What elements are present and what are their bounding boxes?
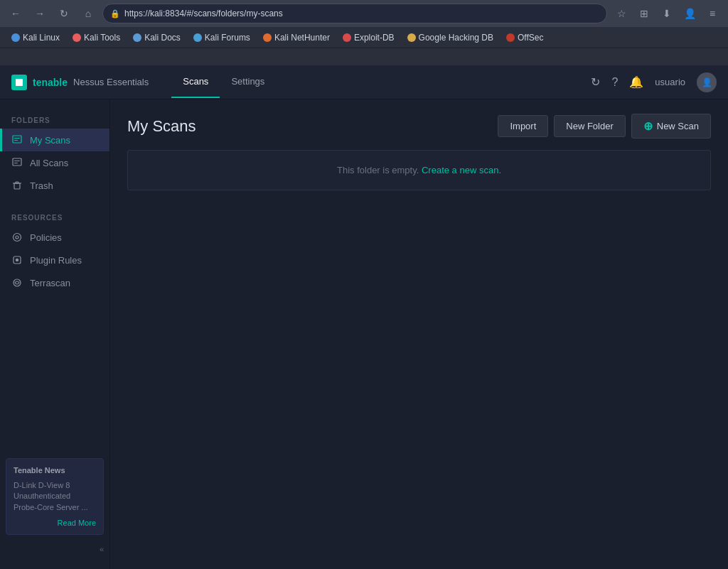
news-widget-title: Tenable News bbox=[14, 466, 96, 475]
bookmark-kali-docs[interactable]: Kali Docs bbox=[127, 31, 186, 45]
browser-actions: ☆ ⊞ ⬇ 👤 ≡ bbox=[611, 4, 722, 23]
bookmark-icon bbox=[506, 33, 515, 42]
nav-item-settings[interactable]: Settings bbox=[220, 66, 276, 98]
terrascan-label: Terrascan bbox=[30, 278, 70, 288]
bookmark-kali-nethunter[interactable]: Kali NetHunter bbox=[257, 31, 336, 45]
bookmark-label: Kali NetHunter bbox=[274, 33, 330, 43]
news-read-more-link[interactable]: Read More bbox=[58, 519, 96, 527]
svg-point-9 bbox=[14, 234, 21, 242]
app-product-name: Nessus Essentials bbox=[73, 77, 149, 87]
bookmarks-bar: Kali LinuxKali ToolsKali DocsKali Forums… bbox=[0, 27, 728, 48]
forward-button[interactable]: → bbox=[30, 4, 50, 23]
terrascan-icon bbox=[11, 277, 23, 288]
empty-message-text: This folder is empty. bbox=[337, 165, 419, 175]
svg-point-10 bbox=[16, 236, 18, 239]
bookmark-icon bbox=[11, 33, 20, 42]
bookmark-label: Google Hacking DB bbox=[419, 33, 493, 43]
bookmark-label: Kali Linux bbox=[23, 33, 60, 43]
svg-rect-5 bbox=[14, 163, 18, 163]
plus-icon: ⊕ bbox=[643, 119, 653, 133]
refresh-icon-button[interactable]: ↻ bbox=[591, 75, 600, 89]
svg-rect-3 bbox=[13, 158, 21, 166]
app-logo: tenable Nessus Essentials bbox=[11, 75, 149, 90]
bookmark-label: Exploit-DB bbox=[354, 33, 395, 43]
resources-section-label: RESOURCES bbox=[0, 208, 109, 226]
app-container: tenable Nessus Essentials ScansSettings … bbox=[0, 65, 728, 569]
bookmark-icon bbox=[133, 33, 141, 42]
notifications-icon-button[interactable]: 🔔 bbox=[629, 75, 643, 89]
bookmark-exploit-db[interactable]: Exploit-DB bbox=[337, 31, 400, 45]
refresh-button[interactable]: ↻ bbox=[54, 4, 74, 23]
bookmark-label: Kali Forums bbox=[205, 33, 250, 43]
new-scan-button[interactable]: ⊕ New Scan bbox=[631, 114, 711, 139]
sidebar-collapse-button[interactable]: « bbox=[0, 541, 109, 558]
sidebar-item-my-scans[interactable]: My Scans bbox=[0, 129, 109, 151]
logo-box bbox=[11, 75, 27, 90]
user-avatar[interactable]: 👤 bbox=[697, 72, 717, 92]
profile-button[interactable]: 👤 bbox=[680, 4, 700, 23]
home-button[interactable]: ⌂ bbox=[78, 4, 98, 23]
download-button[interactable]: ⬇ bbox=[657, 4, 677, 23]
bookmark-kali-forums[interactable]: Kali Forums bbox=[188, 31, 256, 45]
all-scans-label: All Scans bbox=[30, 158, 68, 168]
content-header: My Scans Import New Folder ⊕ New Scan bbox=[110, 99, 728, 150]
my-scans-icon bbox=[11, 134, 23, 146]
header-icons: ↻ ? 🔔 usuario 👤 bbox=[591, 72, 717, 92]
logo-tenable-text: tenable bbox=[33, 77, 68, 88]
back-button[interactable]: ← bbox=[6, 4, 26, 23]
sidebar-item-trash[interactable]: Trash bbox=[0, 174, 109, 197]
new-scan-label: New Scan bbox=[657, 121, 699, 131]
menu-button[interactable]: ≡ bbox=[702, 4, 722, 23]
lock-icon: 🔒 bbox=[110, 9, 120, 18]
new-folder-button[interactable]: New Folder bbox=[554, 115, 625, 137]
bookmark-google-hacking[interactable]: Google Hacking DB bbox=[402, 31, 499, 45]
sidebar-item-policies[interactable]: Policies bbox=[0, 226, 109, 249]
my-scans-label: My Scans bbox=[30, 135, 70, 146]
app-nav: ScansSettings bbox=[171, 66, 276, 98]
plugin-rules-icon bbox=[11, 254, 23, 266]
bookmark-kali-linux[interactable]: Kali Linux bbox=[6, 31, 65, 45]
app-header: tenable Nessus Essentials ScansSettings … bbox=[0, 65, 728, 99]
bookmark-label: Kali Docs bbox=[144, 33, 181, 43]
svg-rect-0 bbox=[13, 136, 21, 143]
svg-rect-4 bbox=[14, 161, 20, 161]
policies-label: Policies bbox=[30, 232, 62, 243]
logo-icon bbox=[16, 79, 23, 86]
bookmark-offsec[interactable]: OffSec bbox=[500, 31, 549, 45]
bookmark-icon bbox=[407, 33, 416, 42]
nav-item-scans[interactable]: Scans bbox=[171, 66, 220, 98]
browser-chrome: ← → ↻ ⌂ 🔒 https://kali:8834/#/scans/fold… bbox=[0, 0, 728, 65]
news-widget: Tenable News D-Link D-View 8 Unauthentic… bbox=[6, 458, 104, 535]
bookmark-icon bbox=[263, 33, 272, 42]
plugin-rules-label: Plugin Rules bbox=[30, 255, 82, 266]
username-label[interactable]: usuario bbox=[655, 77, 685, 87]
news-widget-content: D-Link D-View 8 Unauthenticated Probe-Co… bbox=[14, 480, 96, 513]
svg-rect-6 bbox=[14, 183, 20, 189]
sidebar-item-all-scans[interactable]: All Scans bbox=[0, 151, 109, 174]
create-new-scan-link[interactable]: Create a new scan. bbox=[422, 165, 501, 175]
all-scans-icon bbox=[11, 157, 23, 168]
browser-titlebar: ← → ↻ ⌂ 🔒 https://kali:8834/#/scans/fold… bbox=[0, 0, 728, 27]
bookmark-kali-tools[interactable]: Kali Tools bbox=[67, 31, 126, 45]
svg-rect-12 bbox=[16, 259, 18, 261]
sidebar-item-plugin-rules[interactable]: Plugin Rules bbox=[0, 249, 109, 271]
extensions-button[interactable]: ⊞ bbox=[634, 4, 654, 23]
page-title: My Scans bbox=[127, 117, 196, 136]
folders-section-label: FOLDERS bbox=[0, 111, 109, 129]
empty-folder-message: This folder is empty. Create a new scan. bbox=[127, 150, 711, 190]
svg-rect-8 bbox=[16, 182, 18, 183]
trash-icon bbox=[11, 180, 23, 191]
bookmark-icon bbox=[73, 33, 81, 42]
sidebar-item-terrascan[interactable]: Terrascan bbox=[0, 271, 109, 294]
content-actions: Import New Folder ⊕ New Scan bbox=[498, 114, 711, 139]
import-button[interactable]: Import bbox=[498, 115, 548, 137]
bookmark-label: Kali Tools bbox=[84, 33, 120, 43]
bookmark-icon bbox=[343, 33, 351, 42]
help-icon-button[interactable]: ? bbox=[611, 76, 618, 89]
svg-rect-1 bbox=[14, 138, 20, 139]
content-area: My Scans Import New Folder ⊕ New Scan Th… bbox=[110, 99, 728, 569]
url-text: https://kali:8834/#/scans/folders/my-sca… bbox=[124, 9, 283, 18]
sidebar: FOLDERS My Scans bbox=[0, 99, 110, 569]
bookmark-star-button[interactable]: ☆ bbox=[611, 4, 631, 23]
url-bar[interactable]: 🔒 https://kali:8834/#/scans/folders/my-s… bbox=[102, 4, 607, 23]
